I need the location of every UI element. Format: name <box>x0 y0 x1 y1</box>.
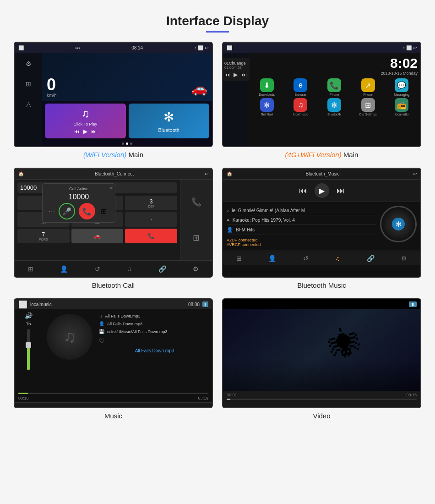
music-btmusic-icon[interactable]: ♫ <box>335 255 340 262</box>
call-controls: ·· · 🎤 📞 ⊞ <box>47 203 110 219</box>
contact-btmusic-icon[interactable]: 👤 <box>268 255 276 262</box>
track-name: 01Chuange <box>224 61 247 66</box>
clock-display: 8:02 <box>251 55 418 71</box>
repeat-icon-music[interactable]: ↻ <box>61 406 66 409</box>
music-topbar-right: 08:08 ▮ <box>188 301 208 307</box>
volume-slider[interactable] <box>27 329 30 370</box>
settings-icon-music[interactable]: ⚙ <box>193 406 199 409</box>
play-4g[interactable]: ▶ <box>234 71 238 78</box>
app-messaging[interactable]: 💬 Messaging <box>386 78 418 96</box>
caption-highlight-4g: (4G+WiFi Version) <box>285 151 342 159</box>
app-bt2[interactable]: ✻ Bluetooth <box>318 98 350 116</box>
speed-display: 0 km/h 🚗 <box>42 53 212 101</box>
play-icon[interactable]: ▶ <box>83 128 87 135</box>
cards-row: ♫ Click To Play ⏮ ▶ ⏭ ✻ Bluetooth <box>42 101 212 141</box>
music-progress-bar[interactable] <box>18 393 208 394</box>
link-btmusic-icon[interactable]: 🔗 <box>367 255 375 262</box>
app-nav2[interactable]: ↗ Phone <box>352 78 384 96</box>
track-item-1[interactable]: ♫ All Falls Down.mp3 <box>99 312 210 320</box>
prev-icon[interactable]: ⏮ <box>74 128 80 135</box>
next-icon[interactable]: ⏭ <box>91 128 97 135</box>
right-sidebar-btcall: 📞 ⊞ <box>180 180 212 260</box>
pause-icon-video[interactable]: ⏸ <box>315 405 321 409</box>
video-progress-bar[interactable] <box>227 399 417 400</box>
cell-4g-main: ⬜ ↑ ⬜ ↩ 01Chuange 01:00/4:23 ⏮ ▶ ⏭ <box>222 42 421 159</box>
video-gradient <box>223 358 420 391</box>
mic-button[interactable]: 🎤 <box>59 203 75 219</box>
app-localradio[interactable]: 📻 localradio <box>386 98 418 116</box>
phone-label: Phone <box>330 93 339 96</box>
grid-icon[interactable]: ⊞ <box>99 205 109 218</box>
call-icon-right[interactable]: 📞 <box>191 197 201 207</box>
apps-icon[interactable]: ⊞ <box>22 77 35 90</box>
volume-icon: 🔊 <box>25 312 33 319</box>
apps-btcall-icon[interactable]: ⊞ <box>28 265 33 273</box>
app-netnavi[interactable]: ✻ Net Navi <box>251 98 283 116</box>
note-icon-1: ♪ <box>227 208 229 213</box>
music-left: 🔊 15 <box>15 309 42 391</box>
prev-4g[interactable]: ⏮ <box>224 71 230 78</box>
link-icon[interactable]: 🔗 <box>158 265 166 273</box>
key-3[interactable]: 3DEF <box>125 196 177 210</box>
current-time-music: 00:10 <box>18 396 29 400</box>
dot-1 <box>122 142 124 145</box>
app-browser[interactable]: e Browser <box>285 78 317 96</box>
caption-wifi: (WiFi Version) Main <box>83 151 143 159</box>
settings-icon[interactable]: ⚙ <box>22 57 35 70</box>
settings-icon-video[interactable]: ⚙ <box>239 405 245 409</box>
music-tracks: ♫ All Falls Down.mp3 👤 All Falls Down.mp… <box>97 309 212 391</box>
track-1-label: ie! Gimmie! Gimmie! (A Man After M <box>232 208 305 213</box>
prev-icon-video[interactable]: ⏮ <box>277 405 283 409</box>
title-underline <box>206 31 229 33</box>
gear-btcall-icon[interactable]: ⚙ <box>193 265 199 273</box>
call-active-label: Call Active <box>47 186 110 191</box>
click-to-play-label: Click To Play <box>74 122 97 126</box>
avrcp-status: AVRCP connected <box>227 242 376 247</box>
close-icon[interactable]: ✕ <box>109 186 113 191</box>
prev-icon-music[interactable]: ⏮ <box>93 406 99 409</box>
nav-icon[interactable]: △ <box>22 98 35 110</box>
refresh-icon[interactable]: ↺ <box>95 265 100 273</box>
bt-card[interactable]: ✻ Bluetooth <box>129 104 210 138</box>
next-btmusic[interactable]: ⏭ <box>337 186 345 196</box>
caption-video: Video <box>313 412 330 420</box>
bt-track-3: 👤 BFM Hits <box>227 225 376 235</box>
volume-thumb[interactable] <box>26 342 31 348</box>
key-end[interactable]: 📞 <box>125 229 177 243</box>
track-2-icon: 👤 <box>99 321 104 326</box>
topbar-wifi: ⬜ ▪▪▪ 08:14 ↑ ⬜ ↩ <box>15 43 212 53</box>
app-grid-row1: ⬇ Downloads e Browser 📞 Phone ↗ <box>251 78 418 96</box>
music-battery-icon: ▮ <box>202 301 208 307</box>
list-icon-music[interactable]: ☰ <box>28 406 34 409</box>
next-icon-music[interactable]: ⏭ <box>159 406 166 409</box>
bt-music-bottombar: ⊞ 👤 ↺ ♫ 🔗 ⚙ <box>223 251 420 265</box>
app-downloads[interactable]: ⬇ Downloads <box>251 78 283 96</box>
track-item-3[interactable]: 💾 udisk1/Music/All Falls Down.mp3 <box>99 328 210 335</box>
apps-btmusic-icon[interactable]: ⊞ <box>236 255 242 262</box>
music-card[interactable]: ♫ Click To Play ⏮ ▶ ⏭ <box>45 104 126 138</box>
page-title: Interface Display <box>166 14 269 28</box>
refresh-btmusic-icon[interactable]: ↺ <box>303 255 309 262</box>
prev-btmusic[interactable]: ⏮ <box>299 186 307 196</box>
keyboard-icon-right[interactable]: ⊞ <box>193 233 200 243</box>
key-6[interactable]: · <box>125 212 177 227</box>
key-car[interactable]: 🚗 <box>71 229 124 243</box>
pause-icon-music[interactable]: ⏸ <box>126 406 133 409</box>
play-btmusic[interactable]: ▶ <box>315 183 329 198</box>
contact-icon[interactable]: 👤 <box>60 265 68 273</box>
music-btcall-icon[interactable]: ♫ <box>127 265 132 273</box>
video-progress-fill <box>227 399 230 400</box>
main-area: 0 km/h 🚗 ♫ Click To Play ⏮ ▶ <box>42 53 212 146</box>
end-call-button[interactable]: 📞 <box>79 203 95 219</box>
speed-unit: km/h <box>47 93 57 98</box>
app-phone[interactable]: 📞 Phone <box>318 78 350 96</box>
key-7[interactable]: 7PQRS <box>17 229 70 243</box>
next-icon-video[interactable]: ⏭ <box>353 405 360 409</box>
next-4g[interactable]: ⏭ <box>241 71 247 78</box>
video-total-time: 03:15 <box>406 393 417 397</box>
app-carsettings[interactable]: ⊞ Car Settings <box>352 98 384 116</box>
gear-btmusic-icon[interactable]: ⚙ <box>401 255 407 262</box>
favorite-icon[interactable]: ♡ <box>99 335 210 346</box>
app-localmusic[interactable]: ♫ localmusic <box>285 98 317 116</box>
track-item-2[interactable]: 👤 All Falls Down.mp3 <box>99 320 210 328</box>
